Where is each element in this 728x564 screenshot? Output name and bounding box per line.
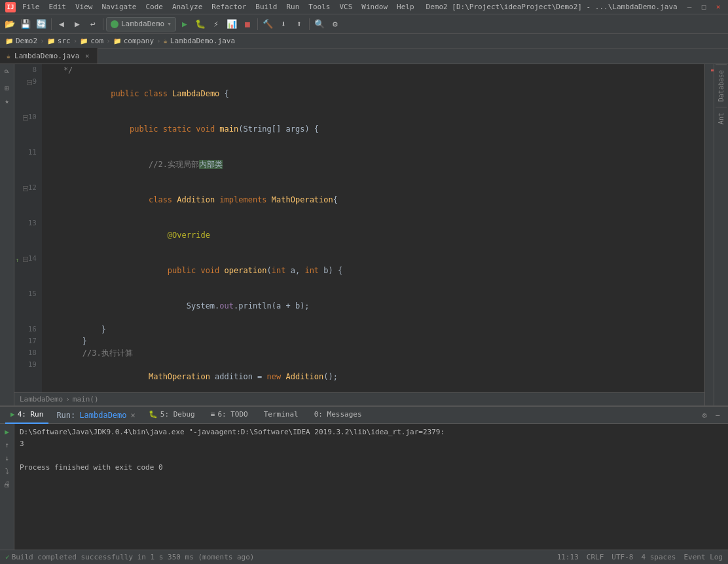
menu-help[interactable]: Help: [393, 1, 418, 12]
fold-icon[interactable]: −: [23, 186, 28, 191]
stop-button[interactable]: ■: [240, 17, 255, 31]
menu-tools[interactable]: Tools: [304, 1, 334, 12]
build-settings-button[interactable]: ⬆: [292, 17, 306, 31]
terminal-tab[interactable]: Terminal: [259, 407, 304, 424]
menu-code[interactable]: Code: [141, 1, 167, 12]
event-log[interactable]: Event Log: [683, 553, 723, 561]
run-prefix: Run:: [56, 411, 75, 420]
breadcrumb-company[interactable]: 📁 company: [113, 37, 154, 45]
cover-button[interactable]: ⚡: [209, 17, 223, 31]
table-row: 13 @Override: [14, 217, 704, 253]
structure-toggle[interactable]: ⊞: [1, 82, 13, 94]
fold-icon[interactable]: −: [23, 257, 28, 262]
print-button[interactable]: 🖨: [2, 479, 12, 489]
sync-button[interactable]: 🔄: [34, 17, 48, 31]
scroll-to-end-down[interactable]: ↓: [2, 453, 12, 463]
menu-edit[interactable]: Edit: [45, 1, 71, 12]
breadcrumb-sep-3: ›: [106, 37, 111, 45]
fold-icon[interactable]: −: [27, 80, 32, 85]
panel-minimize-button[interactable]: −: [712, 410, 723, 421]
forward-button[interactable]: ▶: [70, 17, 84, 31]
fold-icon[interactable]: −: [23, 115, 28, 121]
menu-vcs[interactable]: VCS: [335, 1, 356, 12]
line-number: 16: [14, 324, 42, 335]
table-row: 11 //2.实现局部内部类: [14, 147, 704, 182]
breadcrumb: 📁 Demo2 › 📁 src › 📁 com › 📁 company › ☕ …: [0, 34, 728, 48]
code-breadcrumb-class[interactable]: LambdaDemo: [20, 395, 63, 404]
console-line-1: D:\Software\Java\JDK9.0.4\bin\java.exe "…: [20, 426, 723, 438]
menu-window[interactable]: Window: [357, 1, 391, 12]
breadcrumb-project-name: Demo2: [16, 37, 37, 45]
run-config-dropdown[interactable]: LambdaDemo ▾: [106, 17, 176, 31]
breadcrumb-com[interactable]: 📁 com: [80, 37, 103, 45]
menu-build[interactable]: Build: [251, 1, 281, 12]
tab-lambdademo[interactable]: ☕ LambdaDemo.java ×: [0, 48, 98, 64]
menu-analyze[interactable]: Analyze: [168, 1, 206, 12]
tab-bar: ☕ LambdaDemo.java ×: [0, 48, 728, 64]
code-line: class Addition implements MathOperation{: [42, 182, 704, 217]
menu-refactor[interactable]: Refactor: [208, 1, 250, 12]
messages-tab[interactable]: 0: Messages: [309, 407, 367, 424]
database-tab[interactable]: Database: [716, 64, 727, 107]
breadcrumb-project[interactable]: 📁 Demo2: [5, 37, 37, 45]
table-row: −12 class Addition implements MathOperat…: [14, 182, 704, 217]
run-tab[interactable]: ▶ 4: Run: [5, 407, 48, 424]
run-arrow: ×: [131, 411, 136, 420]
favorites-toggle[interactable]: ★: [1, 95, 13, 107]
panel-settings-button[interactable]: ⚙: [699, 410, 710, 421]
error-marker: [711, 69, 714, 71]
indent-setting[interactable]: 4 spaces: [641, 553, 676, 561]
debug-button[interactable]: 🐛: [193, 17, 208, 31]
ant-tab[interactable]: Ant: [716, 107, 727, 130]
search-everywhere-button[interactable]: 🔍: [312, 17, 327, 31]
soft-wrap-button[interactable]: ⤵: [2, 466, 12, 476]
breadcrumb-sep-1: ›: [40, 37, 45, 45]
project-panel-toggle[interactable]: P: [1, 67, 13, 75]
line-number: 19: [14, 359, 42, 392]
profile-button[interactable]: 📊: [225, 17, 239, 31]
build-icon: ✓: [5, 553, 10, 561]
rerun-button[interactable]: ▶: [2, 426, 12, 437]
run-button[interactable]: ▶: [177, 17, 192, 31]
minimize-button[interactable]: —: [685, 3, 694, 12]
window-title: Demo2 [D:\Project\ideaProject\Demo2] - .…: [426, 3, 678, 11]
console-output[interactable]: D:\Software\Java\JDK9.0.4\bin\java.exe "…: [14, 424, 728, 550]
encoding[interactable]: UTF-8: [611, 553, 633, 561]
todo-tab[interactable]: ≡6: TODO: [206, 407, 253, 424]
menu-navigate[interactable]: Navigate: [98, 1, 141, 12]
status-right: 11:13 CRLF UTF-8 4 spaces Event Log: [557, 553, 723, 561]
run-label-area: Run: LambdaDemo ×: [54, 411, 137, 420]
table-row: ↑ −14 public void operation(int a, int b…: [14, 253, 704, 288]
back-button[interactable]: ◀: [54, 17, 69, 31]
line-number: 11: [14, 147, 42, 182]
undo-button[interactable]: ↩: [86, 17, 100, 31]
code-line: MathOperation addition = new Addition();: [42, 359, 704, 392]
breadcrumb-src[interactable]: 📁 src: [47, 37, 71, 45]
breadcrumb-file[interactable]: ☕ LambdaDemo.java: [164, 37, 235, 45]
app-logo: IJ: [5, 2, 16, 12]
build-arrow-button[interactable]: ⬇: [276, 17, 291, 31]
menu-view[interactable]: View: [71, 1, 97, 12]
maximize-button[interactable]: □: [699, 3, 708, 12]
code-line: System.out.println(a + b);: [42, 288, 704, 324]
code-line: //2.实现局部内部类: [42, 147, 704, 182]
menu-file[interactable]: File: [18, 1, 44, 12]
scroll-to-end-up[interactable]: ↑: [2, 440, 12, 450]
code-line: public class LambdaDemo {: [42, 76, 704, 111]
panel-controls: ⚙ −: [699, 410, 723, 421]
cursor-position[interactable]: 11:13: [557, 553, 579, 561]
debug-tab[interactable]: 🐛5: Debug: [143, 407, 200, 424]
tab-close-button[interactable]: ×: [83, 52, 91, 60]
settings-button[interactable]: ⚙: [328, 17, 342, 31]
build-button[interactable]: 🔨: [261, 17, 275, 31]
save-button[interactable]: 💾: [18, 17, 33, 31]
window-controls: — □ ×: [685, 3, 723, 12]
line-separator[interactable]: CRLF: [587, 553, 604, 561]
code-editor[interactable]: 8 */ −9 public class LambdaDemo {: [14, 64, 704, 392]
close-button[interactable]: ×: [714, 3, 723, 12]
menu-run[interactable]: Run: [282, 1, 303, 12]
code-line: }: [42, 324, 704, 335]
open-folder-button[interactable]: 📂: [3, 17, 17, 31]
line-number: 13: [14, 217, 42, 253]
code-breadcrumb-method[interactable]: main(): [73, 395, 99, 404]
